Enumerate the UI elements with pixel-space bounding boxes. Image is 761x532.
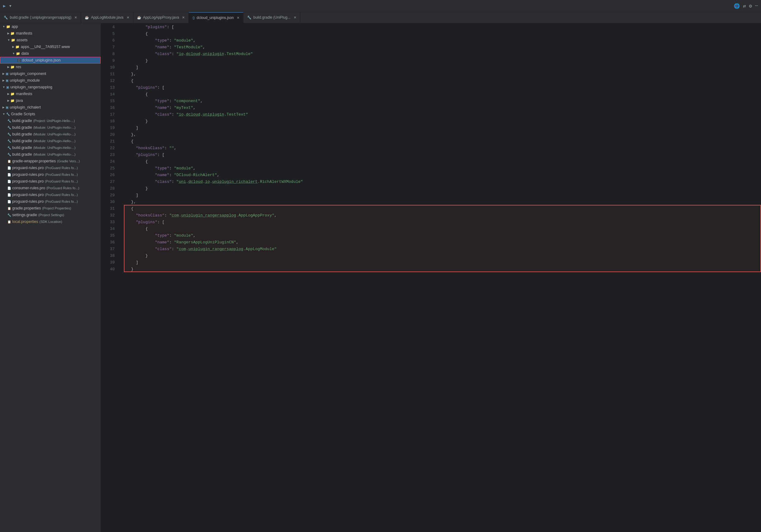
code-line-37: "class": "com.uniplugin_rangersapplog.Ap…: [124, 246, 761, 252]
sidebar-item-build1[interactable]: 🔧build.gradle(Project: UniPlugin-Hello-.…: [0, 117, 101, 124]
code-line-28: }: [124, 185, 761, 192]
item-label-dcloud_uniplugins: dcloud_uniplugins.json: [22, 58, 61, 62]
tab-close-build-gradle-uniplugin2[interactable]: ✕: [294, 16, 296, 20]
module-icon-uniplugin_component: ▣: [6, 72, 9, 76]
props-icon-local-props: 📋: [7, 220, 11, 224]
line-num-30: 30: [101, 199, 115, 205]
code-line-10: ]: [124, 64, 761, 71]
tab-build-gradle-uniplugin[interactable]: 🔧build.gradle (:unipluginrangersapplog)✕: [0, 12, 81, 23]
sidebar-item-gradle-scripts[interactable]: ▼🔧Gradle Scripts: [0, 111, 101, 117]
gradle-icon-build1: 🔧: [7, 119, 11, 123]
tab-AppLogAppProxy[interactable]: ☕AppLogAppProxy.java✕: [133, 12, 189, 23]
tab-icon-AppLogAppProxy: ☕: [137, 16, 141, 20]
sidebar-item-uniplugin_module[interactable]: ▶▣uniplugin_module: [0, 77, 101, 84]
gradle-icon-build6: 🔧: [7, 153, 11, 156]
tab-close-build-gradle-uniplugin[interactable]: ✕: [74, 16, 77, 20]
minimize-icon[interactable]: —: [755, 3, 758, 9]
arrow-gradle-scripts: ▼: [2, 113, 5, 116]
code-area[interactable]: "plugins": [ { "type": "module", "name":…: [124, 23, 761, 273]
sidebar-item-manifests[interactable]: ▶📁manifests: [0, 30, 101, 37]
line-num-14: 14: [101, 91, 115, 98]
sidebar-item-local-props[interactable]: 📋local.properties(SDK Location): [0, 218, 101, 225]
title-bar: ▶ ▼ 🌐 ⇄ ⚙ —: [0, 0, 761, 12]
item-label-proguard1: proguard-rules.pro: [12, 166, 44, 170]
sidebar-item-assets[interactable]: ▼📁assets: [0, 37, 101, 43]
sidebar-item-data[interactable]: ▼📁data: [0, 50, 101, 57]
sidebar-item-app[interactable]: ▼📁app: [0, 23, 101, 30]
sidebar-item-consumer[interactable]: 📄consumer-rules.pro(ProGuard Rules fo...…: [0, 185, 101, 191]
item-sublabel-proguard3: (ProGuard Rules fo...): [45, 180, 78, 183]
sidebar-item-manifests2[interactable]: ▶📁manifests: [0, 90, 101, 97]
tab-AppLogModule[interactable]: ☕AppLogModule.java✕: [81, 12, 133, 23]
item-sublabel-local-props: (SDK Location): [39, 220, 62, 224]
sidebar-item-uniplugin_richalert[interactable]: ▶▣uniplugin_richalert: [0, 104, 101, 111]
arrow-uniplugin_rangersapplog: ▼: [2, 85, 5, 89]
item-label-settings-gradle: settings.gradle: [12, 213, 37, 217]
line-num-34: 34: [101, 226, 115, 232]
sidebar-item-uniplugin_component[interactable]: ▶▣uniplugin_component: [0, 70, 101, 77]
sidebar-item-proguard3[interactable]: 📄proguard-rules.pro(ProGuard Rules fo...…: [0, 178, 101, 185]
item-label-proguard4: proguard-rules.pro: [12, 192, 44, 197]
project-dropdown-icon[interactable]: ▼: [9, 4, 11, 8]
globe-icon[interactable]: 🌐: [734, 3, 740, 9]
sidebar-item-java[interactable]: ▶📁java: [0, 97, 101, 104]
item-label-local-props: local.properties: [12, 220, 38, 224]
sidebar-item-proguard5[interactable]: 📄proguard-rules.pro(ProGuard Rules fo...…: [0, 198, 101, 205]
gradle-icon-build3: 🔧: [7, 133, 11, 136]
code-line-6: "type": "module",: [124, 37, 761, 44]
item-sublabel-build1: (Project: UniPlugin-Hello-...): [33, 119, 75, 123]
editor: 4567891011121314151617181920212223242526…: [101, 23, 761, 532]
item-sublabel-proguard1: (ProGuard Rules fo...): [45, 166, 78, 170]
sidebar-item-build5[interactable]: 🔧build.gradle(Module: UniPlugin-Hello-..…: [0, 144, 101, 151]
sidebar-item-build2[interactable]: 🔧build.gradle(Module: UniPlugin-Hello-..…: [0, 124, 101, 131]
line-num-15: 15: [101, 98, 115, 105]
line-num-25: 25: [101, 165, 115, 172]
item-label-build2: build.gradle: [12, 125, 32, 130]
code-line-25: "type": "module",: [124, 165, 761, 172]
sidebar-item-proguard1[interactable]: 📄proguard-rules.pro(ProGuard Rules fo...…: [0, 165, 101, 171]
line-num-31: 31: [101, 205, 115, 212]
code-line-8: "class": "io.dcloud.uniplugin.TestModule…: [124, 51, 761, 58]
settings-icon[interactable]: ⚙: [749, 3, 752, 9]
project-selector[interactable]: ▶ ▼: [3, 3, 64, 9]
tab-close-dcloud_uniplugins[interactable]: ✕: [237, 16, 240, 20]
sidebar-item-build4[interactable]: 🔧build.gradle(Module: UniPlugin-Hello-..…: [0, 137, 101, 144]
code-line-21: {: [124, 138, 761, 145]
item-label-gradle-props: gradle.properties: [12, 206, 41, 210]
sidebar-item-apps[interactable]: ▶📁apps.__UNI__7A95157.www: [0, 43, 101, 50]
code-line-26: "name": "DCloud-RichAlert",: [124, 172, 761, 179]
sidebar-item-dcloud_uniplugins[interactable]: {}dcloud_uniplugins.json: [0, 57, 101, 64]
tab-close-AppLogModule[interactable]: ✕: [127, 16, 129, 20]
arrow-data: ▼: [12, 52, 15, 55]
item-label-proguard5: proguard-rules.pro: [12, 199, 44, 204]
line-num-21: 21: [101, 138, 115, 145]
tab-icon-build-gradle-uniplugin2: 🔧: [247, 16, 252, 20]
tab-close-AppLogAppProxy[interactable]: ✕: [182, 16, 185, 20]
line-num-19: 19: [101, 125, 115, 132]
line-num-5: 5: [101, 30, 115, 37]
tab-dcloud_uniplugins[interactable]: {}dcloud_uniplugins.json✕: [189, 12, 244, 23]
sidebar-item-uniplugin_rangersapplog[interactable]: ▼▣uniplugin_rangersapplog: [0, 84, 101, 90]
sync-icon[interactable]: ⇄: [743, 3, 746, 9]
sidebar-item-gradle-props[interactable]: 📋gradle.properties(Project Properties): [0, 205, 101, 212]
sidebar-item-gradle-wrapper[interactable]: 📋gradle-wrapper.properties(Gradle Vers..…: [0, 158, 101, 165]
item-sublabel-settings-gradle: (Project Settings): [38, 213, 64, 217]
sidebar-item-build6[interactable]: 🔧build.gradle(Module: UniPlugin-Hello-..…: [0, 151, 101, 158]
item-label-app: app: [12, 25, 18, 29]
code-line-14: {: [124, 91, 761, 98]
line-numbers: 4567891011121314151617181920212223242526…: [101, 23, 118, 273]
main-content: ▼📁app▶📁manifests▼📁assets▶📁apps.__UNI__7A…: [0, 23, 761, 532]
item-sublabel-build4: (Module: UniPlugin-Hello-...): [33, 139, 76, 143]
line-num-22: 22: [101, 145, 115, 152]
sidebar-item-settings-gradle[interactable]: 🔧settings.gradle(Project Settings): [0, 212, 101, 218]
sidebar-item-proguard4[interactable]: 📄proguard-rules.pro(ProGuard Rules fo...…: [0, 191, 101, 198]
sidebar-item-proguard2[interactable]: 📄proguard-rules.pro(ProGuard Rules fo...…: [0, 171, 101, 178]
arrow-manifests2: ▶: [7, 92, 10, 95]
line-num-35: 35: [101, 232, 115, 239]
tab-build-gradle-uniplugin2[interactable]: 🔧build.gradle (UniPlug...✕: [244, 12, 300, 23]
code-line-11: },: [124, 71, 761, 78]
sidebar-item-build3[interactable]: 🔧build.gradle(Module: UniPlugin-Hello-..…: [0, 131, 101, 137]
sidebar-item-res[interactable]: ▶📁res: [0, 64, 101, 70]
module-icon-uniplugin_module: ▣: [6, 79, 9, 82]
folder-icon-apps: 📁: [15, 45, 20, 49]
